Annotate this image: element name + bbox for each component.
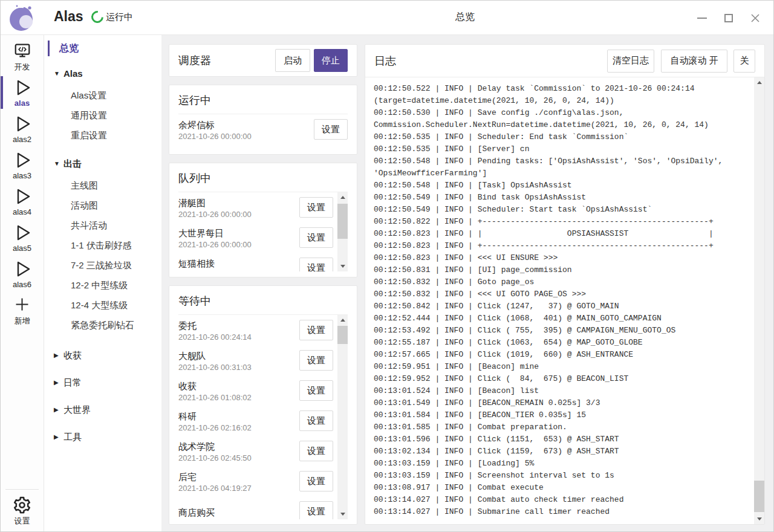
task-row: 后宅2021-10-26 04:19:27设置 [178, 466, 333, 496]
waiting-title: 等待中 [178, 294, 348, 308]
play-icon [13, 186, 32, 207]
menu-item[interactable]: 活动图 [44, 195, 161, 215]
config-menu: 总览 ▼AlasAlas设置通用设置重启设置▼出击主线图活动图共斗活动1-1 伏… [44, 35, 161, 531]
menu-section-label: 大世界 [63, 402, 91, 418]
log-line: 00:12:50.842 | INFO | Click (1247, 37) @… [374, 300, 746, 313]
scrollbar-thumb[interactable] [337, 326, 348, 344]
log-line: 00:12:50.548 | INFO | Pending tasks: ['O… [374, 155, 746, 167]
menu-item[interactable]: 12-2 中型练级 [44, 275, 161, 295]
log-line: 00:12:50.530 | INFO | Save config ./conf… [374, 107, 746, 119]
task-name: 潜艇图 [178, 196, 299, 209]
menu-section[interactable]: ▶工具 [44, 429, 161, 445]
scrollbar-thumb[interactable] [754, 481, 764, 512]
rail-item-dev[interactable]: 开发 [1, 39, 44, 74]
task-next-run-time: 2021-10-26 00:24:14 [178, 332, 299, 343]
task-setting-button[interactable]: 设置 [299, 380, 333, 401]
task-setting-button[interactable]: 设置 [299, 501, 333, 519]
rail-item-alas2[interactable]: alas2 [1, 111, 44, 146]
log-body: 00:12:50.522 | INFO | Delay task `Commis… [365, 77, 764, 524]
pending-card: 队列中 潜艇图2021-10-26 00:00:00设置大世界每日2021-10… [169, 163, 357, 277]
menu-item[interactable]: 重启设置 [44, 125, 161, 145]
close-button[interactable] [742, 6, 769, 30]
log-line: 00:12:59.951 | INFO | [Beacon] mine [374, 361, 746, 373]
task-next-run-time: 2021-10-26 00:00:00 [178, 239, 299, 250]
autoscroll-off-button[interactable]: 关 [733, 50, 755, 73]
play-icon [13, 259, 32, 279]
menu-section[interactable]: ▼出击 [44, 156, 161, 172]
stop-button[interactable]: 停止 [314, 49, 348, 72]
rail-item-add[interactable]: 新增 [1, 293, 44, 328]
menu-section[interactable]: ▶收获 [44, 348, 161, 363]
task-name: 大世界每日 [178, 227, 299, 239]
task-next-run-time: 2021-10-26 01:08:02 [178, 392, 299, 403]
clear-log-button[interactable]: 清空日志 [607, 50, 654, 73]
menu-item[interactable]: 12-4 大型练级 [44, 295, 161, 315]
menu-item[interactable]: 主线图 [44, 175, 161, 195]
menu-item[interactable]: 通用设置 [44, 105, 161, 125]
rail-item-label: alas6 [13, 280, 31, 289]
menu-section[interactable]: ▶大世界 [44, 402, 161, 418]
task-setting-button[interactable]: 设置 [299, 197, 333, 218]
task-setting-button[interactable]: 设置 [299, 471, 333, 491]
waiting-card: 等待中 委托2021-10-26 00:24:14设置大舰队2021-10-26… [169, 285, 357, 525]
task-next-run-time: 2021-10-26 04:19:27 [178, 483, 299, 494]
rail-item-alas[interactable]: alas [1, 75, 44, 110]
log-line: 00:13:01.596 | INFO | Click (1151, 653) … [374, 433, 746, 446]
rail-item-alas6[interactable]: alas6 [1, 256, 44, 291]
scroll-down-icon[interactable] [754, 514, 764, 524]
menu-item[interactable]: 1-1 伏击刷好感 [44, 235, 161, 255]
task-setting-button[interactable]: 设置 [299, 410, 333, 431]
menu-section[interactable]: ▶日常 [44, 375, 161, 391]
scroll-up-icon[interactable] [337, 315, 348, 325]
menu-section[interactable]: ▼Alas [44, 66, 161, 82]
log-line: 00:12:53.492 | INFO | Click ( 755, 395) … [374, 325, 746, 337]
rail-item-label: 设置 [15, 516, 30, 527]
task-row: 余烬信标2021-10-26 00:00:00设置 [178, 114, 348, 144]
rail-item-alas5[interactable]: alas5 [1, 220, 44, 255]
task-setting-button[interactable]: 设置 [299, 258, 333, 271]
log-line: 00:13:01.584 | INFO | [BEACON_TIER 0.035… [374, 409, 746, 421]
menu-item[interactable]: 紧急委托刷钻石 [44, 315, 161, 335]
task-row: 大世界每日2021-10-26 00:00:00设置 [178, 222, 333, 253]
start-button[interactable]: 启动 [275, 49, 310, 72]
minimize-button[interactable] [689, 6, 715, 30]
log-line: 00:13:03.159 | INFO | [Loading] 5% [374, 458, 746, 470]
app-title: Alas [54, 8, 83, 25]
scroll-down-icon[interactable] [337, 509, 348, 519]
task-setting-button[interactable]: 设置 [299, 320, 333, 340]
rail-item-alas3[interactable]: alas3 [1, 148, 44, 183]
scroll-up-icon[interactable] [754, 77, 764, 88]
scrollbar-thumb[interactable] [337, 204, 348, 239]
task-name: 余烬信标 [178, 118, 314, 131]
app-window: Alas 运行中 总览 开发alasalas2alas3alas4alas5al… [0, 0, 774, 532]
log-line: 00:12:50.535 | INFO | Scheduler: End tas… [374, 131, 746, 143]
waiting-scrollbar[interactable] [337, 315, 348, 519]
rail-item-alas4[interactable]: alas4 [1, 184, 44, 219]
scroll-down-icon[interactable] [337, 261, 348, 271]
task-setting-button[interactable]: 设置 [299, 350, 333, 371]
menu-item-overview[interactable]: 总览 [48, 41, 161, 56]
menu-item[interactable]: Alas设置 [44, 85, 161, 105]
log-header: 日志 清空日志 自动滚动 开 关 [365, 45, 764, 77]
task-name: 商店购买 [178, 506, 299, 519]
pending-scrollbar[interactable] [337, 192, 348, 271]
log-line: 00:12:50.549 | INFO | Scheduler: Start t… [374, 204, 746, 216]
left-rail: 开发alasalas2alas3alas4alas5alas6新增 设置 [1, 35, 44, 531]
plus-icon [13, 294, 31, 315]
close-icon [750, 13, 760, 23]
log-scrollbar[interactable] [754, 77, 764, 524]
task-setting-button[interactable]: 设置 [299, 441, 333, 461]
rail-item-label: 新增 [15, 316, 30, 326]
menu-item[interactable]: 7-2 三战捡垃圾 [44, 255, 161, 275]
rail-item-settings[interactable]: 设置 [5, 493, 39, 529]
autoscroll-on-button[interactable]: 自动滚动 开 [661, 50, 727, 73]
task-setting-button[interactable]: 设置 [314, 119, 348, 140]
task-row: 大舰队2021-10-26 00:31:03设置 [178, 345, 333, 375]
scroll-up-icon[interactable] [337, 192, 348, 203]
task-name: 后宅 [178, 470, 299, 483]
log-line: 00:12:50.832 | INFO | Goto page_os [374, 276, 746, 288]
menu-item[interactable]: 共斗活动 [44, 215, 161, 235]
maximize-button[interactable] [715, 6, 742, 30]
running-card: 运行中 余烬信标2021-10-26 00:00:00设置 [169, 85, 357, 155]
task-setting-button[interactable]: 设置 [299, 227, 333, 248]
